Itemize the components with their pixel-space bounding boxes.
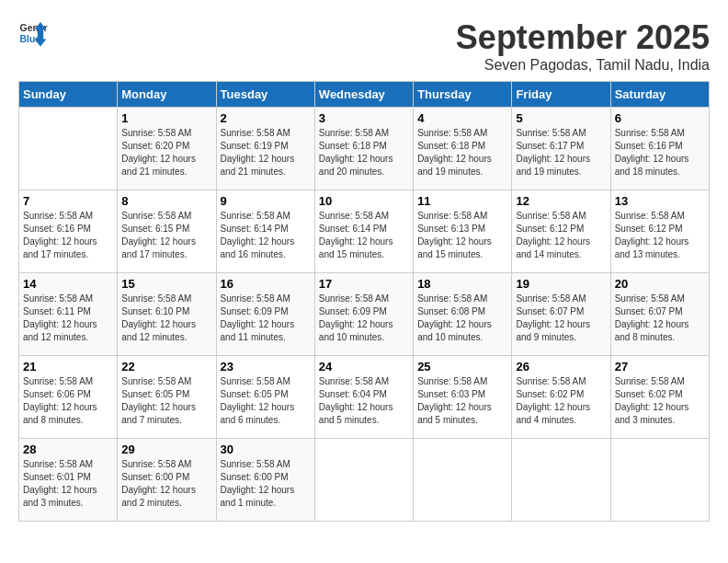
day-cell: 3Sunrise: 5:58 AM Sunset: 6:18 PM Daylig…: [314, 108, 413, 190]
week-row-1: 1Sunrise: 5:58 AM Sunset: 6:20 PM Daylig…: [19, 108, 710, 190]
day-number: 15: [121, 277, 211, 291]
day-number: 2: [221, 111, 311, 125]
day-number: 17: [319, 277, 409, 291]
day-number: 5: [516, 111, 606, 125]
day-info: Sunrise: 5:58 AM Sunset: 6:16 PM Dayligh…: [615, 127, 705, 178]
week-row-4: 21Sunrise: 5:58 AM Sunset: 6:06 PM Dayli…: [19, 356, 710, 439]
day-cell: 20Sunrise: 5:58 AM Sunset: 6:07 PM Dayli…: [610, 273, 709, 356]
day-info: Sunrise: 5:58 AM Sunset: 6:03 PM Dayligh…: [417, 375, 507, 427]
page-header: General Blue September 2025 Seven Pagoda…: [18, 18, 710, 74]
day-cell: 24Sunrise: 5:58 AM Sunset: 6:04 PM Dayli…: [314, 356, 413, 439]
day-cell: 22Sunrise: 5:58 AM Sunset: 6:05 PM Dayli…: [118, 356, 216, 439]
logo-icon: General Blue: [18, 18, 48, 48]
day-number: 16: [221, 277, 311, 291]
day-cell: [19, 108, 118, 190]
day-cell: 26Sunrise: 5:58 AM Sunset: 6:02 PM Dayli…: [512, 356, 610, 439]
day-cell: 15Sunrise: 5:58 AM Sunset: 6:10 PM Dayli…: [118, 273, 216, 356]
header-friday: Friday: [512, 82, 610, 108]
day-cell: 14Sunrise: 5:58 AM Sunset: 6:11 PM Dayli…: [19, 273, 118, 356]
day-cell: [610, 439, 709, 522]
day-info: Sunrise: 5:58 AM Sunset: 6:16 PM Dayligh…: [23, 210, 113, 261]
day-number: 8: [121, 194, 211, 208]
day-number: 14: [23, 277, 113, 291]
day-cell: 17Sunrise: 5:58 AM Sunset: 6:09 PM Dayli…: [314, 273, 413, 356]
day-info: Sunrise: 5:58 AM Sunset: 6:07 PM Dayligh…: [516, 293, 606, 344]
day-number: 30: [221, 442, 311, 456]
day-cell: 12Sunrise: 5:58 AM Sunset: 6:12 PM Dayli…: [512, 190, 610, 273]
day-cell: 5Sunrise: 5:58 AM Sunset: 6:17 PM Daylig…: [512, 108, 610, 190]
day-number: 29: [121, 442, 211, 456]
calendar-header-row: SundayMondayTuesdayWednesdayThursdayFrid…: [19, 82, 710, 108]
day-cell: 7Sunrise: 5:58 AM Sunset: 6:16 PM Daylig…: [19, 190, 118, 273]
day-info: Sunrise: 5:58 AM Sunset: 6:18 PM Dayligh…: [319, 127, 409, 178]
day-cell: 10Sunrise: 5:58 AM Sunset: 6:14 PM Dayli…: [314, 190, 413, 273]
day-number: 10: [319, 194, 409, 208]
day-number: 25: [417, 360, 507, 373]
day-info: Sunrise: 5:58 AM Sunset: 6:13 PM Dayligh…: [417, 210, 507, 261]
day-number: 28: [23, 442, 113, 456]
day-number: 23: [221, 360, 311, 373]
title-block: September 2025 Seven Pagodas, Tamil Nadu…: [456, 18, 710, 74]
day-number: 13: [615, 194, 705, 208]
day-number: 1: [121, 111, 211, 125]
logo: General Blue: [18, 18, 48, 48]
week-row-5: 28Sunrise: 5:58 AM Sunset: 6:01 PM Dayli…: [19, 439, 710, 522]
week-row-2: 7Sunrise: 5:58 AM Sunset: 6:16 PM Daylig…: [19, 190, 710, 273]
day-cell: 18Sunrise: 5:58 AM Sunset: 6:08 PM Dayli…: [414, 273, 512, 356]
day-cell: 29Sunrise: 5:58 AM Sunset: 6:00 PM Dayli…: [118, 439, 216, 522]
day-number: 20: [615, 277, 705, 291]
day-info: Sunrise: 5:58 AM Sunset: 6:05 PM Dayligh…: [221, 375, 311, 427]
day-info: Sunrise: 5:58 AM Sunset: 6:01 PM Dayligh…: [23, 458, 113, 510]
day-cell: 8Sunrise: 5:58 AM Sunset: 6:15 PM Daylig…: [118, 190, 216, 273]
day-cell: [414, 439, 512, 522]
header-saturday: Saturday: [610, 82, 709, 108]
header-monday: Monday: [118, 82, 216, 108]
day-info: Sunrise: 5:58 AM Sunset: 6:00 PM Dayligh…: [121, 458, 211, 510]
day-cell: 6Sunrise: 5:58 AM Sunset: 6:16 PM Daylig…: [610, 108, 709, 190]
day-number: 6: [615, 111, 705, 125]
header-tuesday: Tuesday: [216, 82, 314, 108]
day-cell: 23Sunrise: 5:58 AM Sunset: 6:05 PM Dayli…: [216, 356, 314, 439]
day-number: 11: [417, 194, 507, 208]
day-info: Sunrise: 5:58 AM Sunset: 6:06 PM Dayligh…: [23, 375, 113, 427]
day-info: Sunrise: 5:58 AM Sunset: 6:12 PM Dayligh…: [516, 210, 606, 261]
header-thursday: Thursday: [414, 82, 512, 108]
day-info: Sunrise: 5:58 AM Sunset: 6:14 PM Dayligh…: [319, 210, 409, 261]
day-cell: 28Sunrise: 5:58 AM Sunset: 6:01 PM Dayli…: [19, 439, 118, 522]
day-number: 4: [417, 111, 507, 125]
day-info: Sunrise: 5:58 AM Sunset: 6:20 PM Dayligh…: [121, 127, 211, 178]
day-cell: 30Sunrise: 5:58 AM Sunset: 6:00 PM Dayli…: [216, 439, 314, 522]
header-wednesday: Wednesday: [314, 82, 413, 108]
week-row-3: 14Sunrise: 5:58 AM Sunset: 6:11 PM Dayli…: [19, 273, 710, 356]
day-cell: [314, 439, 413, 522]
day-cell: 1Sunrise: 5:58 AM Sunset: 6:20 PM Daylig…: [118, 108, 216, 190]
day-info: Sunrise: 5:58 AM Sunset: 6:12 PM Dayligh…: [615, 210, 705, 261]
day-number: 21: [23, 360, 113, 373]
day-cell: 27Sunrise: 5:58 AM Sunset: 6:02 PM Dayli…: [610, 356, 709, 439]
day-info: Sunrise: 5:58 AM Sunset: 6:17 PM Dayligh…: [516, 127, 606, 178]
day-info: Sunrise: 5:58 AM Sunset: 6:19 PM Dayligh…: [221, 127, 311, 178]
day-cell: 2Sunrise: 5:58 AM Sunset: 6:19 PM Daylig…: [216, 108, 314, 190]
day-cell: 13Sunrise: 5:58 AM Sunset: 6:12 PM Dayli…: [610, 190, 709, 273]
day-cell: 25Sunrise: 5:58 AM Sunset: 6:03 PM Dayli…: [414, 356, 512, 439]
day-info: Sunrise: 5:58 AM Sunset: 6:08 PM Dayligh…: [417, 293, 507, 344]
day-number: 24: [319, 360, 409, 373]
day-cell: 4Sunrise: 5:58 AM Sunset: 6:18 PM Daylig…: [414, 108, 512, 190]
day-number: 22: [121, 360, 211, 373]
calendar-table: SundayMondayTuesdayWednesdayThursdayFrid…: [18, 81, 710, 522]
day-info: Sunrise: 5:58 AM Sunset: 6:09 PM Dayligh…: [319, 293, 409, 344]
day-cell: 9Sunrise: 5:58 AM Sunset: 6:14 PM Daylig…: [216, 190, 314, 273]
day-cell: 21Sunrise: 5:58 AM Sunset: 6:06 PM Dayli…: [19, 356, 118, 439]
day-number: 27: [615, 360, 705, 373]
day-info: Sunrise: 5:58 AM Sunset: 6:10 PM Dayligh…: [121, 293, 211, 344]
day-info: Sunrise: 5:58 AM Sunset: 6:14 PM Dayligh…: [221, 210, 311, 261]
subtitle: Seven Pagodas, Tamil Nadu, India: [456, 57, 710, 74]
day-number: 12: [516, 194, 606, 208]
header-sunday: Sunday: [19, 82, 118, 108]
month-title: September 2025: [456, 18, 710, 57]
day-info: Sunrise: 5:58 AM Sunset: 6:09 PM Dayligh…: [221, 293, 311, 344]
day-info: Sunrise: 5:58 AM Sunset: 6:02 PM Dayligh…: [516, 375, 606, 427]
day-cell: [512, 439, 610, 522]
day-cell: 19Sunrise: 5:58 AM Sunset: 6:07 PM Dayli…: [512, 273, 610, 356]
day-info: Sunrise: 5:58 AM Sunset: 6:18 PM Dayligh…: [417, 127, 507, 178]
